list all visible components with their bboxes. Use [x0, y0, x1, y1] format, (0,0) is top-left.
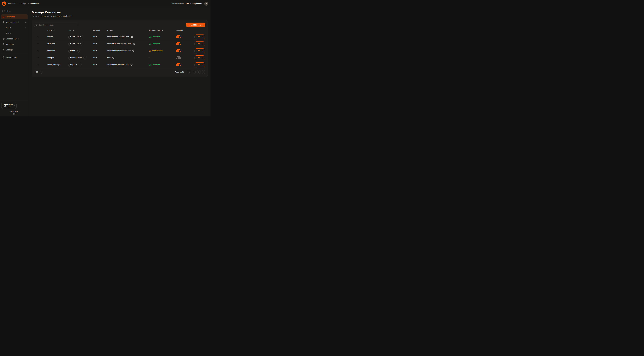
- row-menu-button[interactable]: [36, 49, 39, 52]
- site-link-button[interactable]: Home Lab: [68, 42, 83, 46]
- edit-button[interactable]: Edit: [194, 48, 205, 53]
- arrow-up-right-icon: [83, 57, 84, 58]
- breadcrumb-separator-icon: [17, 3, 19, 4]
- pagination: Page 1 of 1: [175, 70, 206, 74]
- auth-status: Protected: [152, 43, 160, 45]
- topbar: home-lab settings resources Documentatio…: [0, 0, 210, 7]
- sidebar-item-server-admin[interactable]: Server Admin: [1, 55, 28, 60]
- resource-access-url: https://battery.example.com: [107, 64, 129, 66]
- sidebar-item-api-keys[interactable]: API Keys: [1, 42, 28, 47]
- edit-button[interactable]: Edit: [194, 42, 205, 46]
- open-source-link[interactable]: Open Source: [1, 110, 28, 112]
- link-icon: [2, 38, 4, 40]
- sidebar-item-roles[interactable]: Roles: [1, 31, 28, 36]
- resources-icon: [2, 16, 4, 18]
- sort-icon: [53, 30, 54, 31]
- chevron-right-icon: [198, 71, 200, 73]
- avatar-initial: J: [206, 3, 207, 4]
- app-version: v1.3.0: [1, 113, 28, 115]
- org-switcher[interactable]: Organization Home Lab: [1, 103, 16, 109]
- auth-status: Protected: [152, 36, 160, 38]
- first-page-button[interactable]: [187, 70, 191, 74]
- sidebar-item-label: Sites: [6, 10, 26, 12]
- main-content: Manage Resources Create secure proxies t…: [29, 7, 210, 116]
- page-size-value: 20: [36, 71, 38, 73]
- resource-name: Battery Manager: [47, 64, 68, 66]
- search-box: [34, 22, 78, 27]
- pangolin-logo-icon[interactable]: [2, 1, 6, 6]
- users-icon: [2, 21, 4, 23]
- copy-icon[interactable]: [132, 50, 135, 52]
- org-switcher-value: Home Lab: [3, 106, 13, 108]
- sidebar-item-shareable-links[interactable]: Shareable Links: [1, 36, 28, 41]
- site-link-button[interactable]: Edge 01: [68, 63, 82, 67]
- site-link-button[interactable]: Second Office: [68, 56, 86, 60]
- sidebar-item-settings[interactable]: Settings: [1, 48, 28, 52]
- plus-icon: [188, 24, 190, 26]
- edit-button[interactable]: Edit: [194, 62, 205, 67]
- chevrons-left-icon: [188, 71, 190, 73]
- row-menu-button[interactable]: [36, 56, 39, 59]
- next-page-button[interactable]: [197, 70, 200, 74]
- table-row: Bitwarden Home Lab TCP https://bitwarden…: [34, 40, 206, 47]
- documentation-link[interactable]: Documentation: [172, 2, 184, 4]
- add-resource-label: Add Resource: [191, 24, 204, 26]
- breadcrumb-settings[interactable]: settings: [20, 2, 26, 4]
- row-menu-button[interactable]: [36, 35, 39, 38]
- server-icon: [2, 56, 4, 58]
- column-header-access: Access: [107, 30, 149, 32]
- enabled-toggle[interactable]: [176, 56, 181, 59]
- enabled-toggle[interactable]: [176, 42, 181, 45]
- row-menu-button[interactable]: [36, 63, 39, 66]
- sidebar-item-sites[interactable]: Sites: [1, 9, 28, 14]
- search-input[interactable]: [39, 24, 77, 26]
- avatar[interactable]: J: [204, 2, 208, 6]
- add-resource-button[interactable]: Add Resource: [186, 22, 206, 27]
- column-header-authentication[interactable]: Authentication: [149, 30, 176, 32]
- table-footer: 20 Page 1 of 1: [34, 70, 206, 74]
- page-label: Page 1 of 1: [175, 71, 184, 73]
- arrow-right-icon: [201, 64, 203, 66]
- ellipsis-icon: [36, 50, 39, 52]
- edit-button[interactable]: Edit: [194, 34, 205, 39]
- copy-icon[interactable]: [130, 36, 133, 38]
- enabled-toggle[interactable]: [176, 50, 181, 52]
- table-row: Battery Manager Edge 01 TCP https://batt…: [34, 61, 206, 68]
- column-header-name[interactable]: Name: [47, 30, 68, 32]
- sidebar-item-access-control[interactable]: Access Control: [1, 20, 28, 25]
- sidebar-item-users[interactable]: Users: [1, 25, 28, 30]
- site-link-button[interactable]: Home Lab: [68, 35, 83, 39]
- column-header-site[interactable]: Site: [68, 30, 93, 32]
- resource-name: Bitwarden: [47, 43, 68, 45]
- resource-protocol: TCP: [93, 64, 107, 66]
- copy-icon[interactable]: [133, 42, 135, 45]
- copy-icon[interactable]: [112, 56, 115, 59]
- resource-protocol: TCP: [93, 36, 107, 38]
- breadcrumb-home-lab[interactable]: home-lab: [8, 2, 16, 4]
- site-link-button[interactable]: Office: [68, 49, 80, 53]
- resource-name: Authentik: [47, 50, 68, 52]
- chevron-down-icon: [24, 21, 26, 23]
- page-size-select[interactable]: 20: [34, 70, 42, 74]
- ellipsis-icon: [36, 64, 39, 66]
- row-menu-button[interactable]: [36, 42, 39, 45]
- last-page-button[interactable]: [202, 70, 206, 74]
- enabled-toggle[interactable]: [176, 36, 181, 38]
- sidebar-item-label: Users: [6, 27, 23, 29]
- arrow-up-right-icon: [80, 43, 81, 44]
- edit-button[interactable]: Edit: [194, 56, 205, 60]
- resources-card: Add Resource Name Site Protocol Acce: [32, 20, 208, 77]
- sidebar-item-resources[interactable]: Resources: [1, 14, 28, 19]
- auth-status: Not Protected: [152, 50, 163, 52]
- shield-off-icon: [149, 50, 151, 52]
- previous-page-button[interactable]: [192, 70, 196, 74]
- auth-status: Protected: [152, 64, 160, 66]
- chevron-right-icon: [24, 27, 26, 29]
- copy-icon[interactable]: [130, 63, 133, 66]
- app-root: home-lab settings resources Documentatio…: [0, 0, 210, 116]
- breadcrumb-resources: resources: [30, 2, 39, 4]
- table-row: Authentik Office TCP https://authentik.e…: [34, 47, 206, 54]
- chevron-down-icon: [39, 71, 41, 73]
- ellipsis-icon: [36, 57, 39, 59]
- enabled-toggle[interactable]: [176, 63, 181, 66]
